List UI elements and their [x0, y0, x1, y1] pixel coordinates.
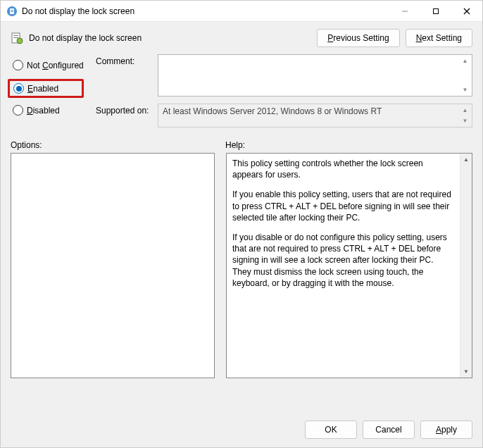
- radio-label: Disabled: [27, 106, 60, 116]
- radio-circle-icon: [13, 60, 23, 70]
- svg-rect-9: [13, 35, 18, 36]
- supported-scrollbar[interactable]: ▲ ▼: [459, 105, 471, 126]
- lower-labels: Options: Help:: [1, 135, 482, 153]
- svg-point-11: [17, 38, 23, 44]
- supported-value-box: At least Windows Server 2012, Windows 8 …: [158, 104, 472, 127]
- help-paragraph: If you enable this policy setting, users…: [232, 189, 454, 223]
- radio-not-configured[interactable]: Not Configured: [11, 58, 92, 72]
- radio-circle-icon: [13, 83, 24, 94]
- comment-scrollbar[interactable]: ▲ ▼: [459, 56, 471, 95]
- cancel-button[interactable]: Cancel: [363, 421, 415, 439]
- policy-icon: [6, 6, 18, 17]
- highlight-annotation: Enabled: [8, 79, 84, 98]
- radio-enabled[interactable]: Enabled: [11, 82, 80, 95]
- state-radios: Not Configured Enabled Disabled: [11, 54, 92, 135]
- supported-value: At least Windows Server 2012, Windows 8 …: [163, 106, 382, 116]
- setting-icon: [11, 32, 23, 44]
- previous-setting-button[interactable]: Previous Setting: [317, 29, 399, 47]
- minimize-button[interactable]: [389, 1, 420, 22]
- svg-rect-10: [13, 37, 18, 38]
- state-and-fields: Not Configured Enabled Disabled Comment:…: [1, 51, 482, 135]
- close-button[interactable]: [451, 1, 482, 22]
- scroll-up-icon[interactable]: ▲: [459, 56, 471, 66]
- ok-button[interactable]: OK: [305, 421, 357, 439]
- window-title: Do not display the lock screen: [22, 6, 389, 16]
- help-panel: This policy setting controls whether the…: [226, 153, 472, 378]
- options-label: Options:: [11, 140, 225, 150]
- next-setting-button[interactable]: Next Setting: [406, 29, 472, 47]
- scroll-down-icon[interactable]: ▼: [459, 116, 471, 126]
- comment-label: Comment:: [96, 54, 158, 97]
- policy-editor-window: Do not display the lock screen Do not di…: [0, 0, 483, 448]
- help-scrollbar[interactable]: ▲ ▼: [460, 154, 472, 378]
- help-label: Help:: [225, 140, 245, 150]
- help-paragraph: If you disable or do not configure this …: [232, 232, 454, 289]
- scroll-down-icon[interactable]: ▼: [460, 366, 472, 378]
- titlebar: Do not display the lock screen: [1, 1, 482, 22]
- scroll-up-icon[interactable]: ▲: [459, 105, 471, 116]
- comment-input[interactable]: ▲ ▼: [158, 54, 472, 97]
- svg-rect-3: [11, 11, 13, 12]
- header-row: Do not display the lock screen Previous …: [1, 22, 482, 51]
- policy-title: Do not display the lock screen: [29, 33, 311, 43]
- apply-button[interactable]: Apply: [420, 421, 472, 439]
- radio-circle-icon: [13, 105, 23, 116]
- help-paragraph: This policy setting controls whether the…: [232, 158, 454, 180]
- maximize-button[interactable]: [420, 1, 451, 22]
- scroll-up-icon[interactable]: ▲: [460, 154, 472, 166]
- lower-panels: This policy setting controls whether the…: [1, 153, 482, 413]
- options-panel: [11, 153, 215, 378]
- help-text: This policy setting controls whether the…: [227, 154, 460, 378]
- svg-rect-2: [11, 10, 13, 11]
- scroll-down-icon[interactable]: ▼: [459, 85, 471, 95]
- supported-label: Supported on:: [96, 104, 158, 127]
- svg-rect-5: [434, 8, 439, 13]
- radio-label: Enabled: [27, 84, 58, 94]
- dialog-footer: OK Cancel Apply: [1, 413, 482, 447]
- radio-label: Not Configured: [27, 61, 84, 70]
- radio-disabled[interactable]: Disabled: [11, 104, 92, 117]
- fields-column: Comment: ▲ ▼ Supported on: At least Wind…: [96, 54, 472, 135]
